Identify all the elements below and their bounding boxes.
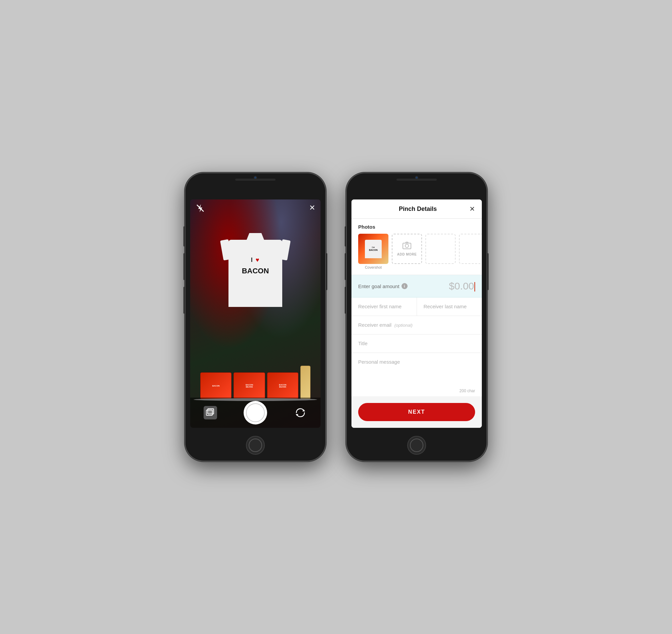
photos-section: Photos I ♥BACON Covershot <box>351 219 482 275</box>
shirt-neck <box>245 233 265 243</box>
front-camera-right <box>415 176 418 179</box>
phone-right: Pinch Details ✕ Photos I ♥BACON <box>346 173 487 461</box>
home-button-right[interactable] <box>407 436 426 455</box>
photos-row: I ♥BACON Covershot <box>358 234 475 269</box>
mute-button-left <box>183 226 185 246</box>
text-cursor <box>474 282 475 291</box>
mute-button-right <box>345 226 346 246</box>
details-close-button[interactable]: ✕ <box>469 205 475 213</box>
photo-slot-2[interactable] <box>425 234 456 264</box>
receiver-email-field[interactable]: Receiver email (optional) <box>351 316 482 335</box>
svg-rect-3 <box>208 409 214 414</box>
next-button[interactable]: NEXT <box>358 403 475 421</box>
camera-controls <box>190 397 321 428</box>
product-beans-1: BACONBEANS <box>233 372 265 399</box>
volume-up-right <box>345 253 346 280</box>
receiver-last-name-field[interactable]: Receiver last name <box>417 297 482 316</box>
add-more-button[interactable]: ADD MORE <box>392 234 422 264</box>
photos-label: Photos <box>358 224 475 230</box>
shirt-body: I ♥ BACON <box>229 240 282 307</box>
product-shirt: I ♥ BACON <box>222 233 289 307</box>
front-camera-left <box>254 176 257 179</box>
receiver-first-name-field[interactable]: Receiver first name <box>351 297 417 316</box>
details-title: Pinch Details <box>366 205 469 213</box>
product-beans-2: BACONBEANS <box>267 372 298 399</box>
shirt-text-i: I ♥ <box>251 257 260 264</box>
product-bottle <box>300 366 310 399</box>
volume-up-left <box>183 253 185 280</box>
goal-amount-value: $0.00 <box>449 281 474 291</box>
char-count: 200 char <box>351 387 482 396</box>
camera-screen: ✕ I ♥ BACON BACON BACONBEA <box>190 199 321 428</box>
volume-down-left <box>183 287 185 314</box>
personal-message-placeholder: Personal message <box>358 359 400 365</box>
details-screen: Pinch Details ✕ Photos I ♥BACON <box>351 199 482 428</box>
title-field[interactable]: Title <box>351 335 482 353</box>
flip-camera-button[interactable] <box>294 406 307 419</box>
flash-off-icon[interactable] <box>195 203 205 215</box>
covershot-shirt: I ♥BACON <box>365 240 382 258</box>
power-button-right <box>487 253 489 290</box>
products-display: BACON BACONBEANS BACONBEANS <box>200 366 310 399</box>
add-more-label: ADD MORE <box>397 252 417 256</box>
receiver-last-name-placeholder: Receiver last name <box>424 303 467 309</box>
receiver-first-name-placeholder: Receiver first name <box>358 303 401 309</box>
svg-point-7 <box>405 244 409 247</box>
product-bacon: BACON <box>200 372 232 399</box>
details-header: Pinch Details ✕ <box>351 199 482 219</box>
goal-info-icon[interactable]: i <box>401 283 408 289</box>
receiver-email-placeholder: Receiver email <box>358 322 391 328</box>
covershot-container: I ♥BACON Covershot <box>358 234 388 269</box>
optional-label: (optional) <box>394 323 413 328</box>
phone-left: ✕ I ♥ BACON BACON BACONBEA <box>185 173 326 461</box>
camera-close-icon[interactable]: ✕ <box>309 203 315 212</box>
goal-section: Enter goal amount i $0.00 <box>351 275 482 297</box>
covershot-thumb[interactable]: I ♥BACON <box>358 234 388 264</box>
receiver-name-row: Receiver first name Receiver last name <box>351 297 482 316</box>
covershot-image: I ♥BACON <box>358 234 388 264</box>
shutter-inner <box>246 403 265 422</box>
covershot-label: Covershot <box>358 265 388 269</box>
goal-label: Enter goal amount i <box>358 283 408 289</box>
personal-message-field[interactable]: Personal message <box>351 353 482 387</box>
power-button-left <box>326 253 327 290</box>
gallery-button[interactable] <box>204 406 217 419</box>
photo-slot-3[interactable] <box>459 234 482 264</box>
home-button-left[interactable] <box>246 436 265 455</box>
camera-add-icon <box>402 242 411 251</box>
shutter-button[interactable] <box>244 401 267 424</box>
scene: ✕ I ♥ BACON BACON BACONBEA <box>185 173 487 461</box>
shirt-text-bacon: BACON <box>242 267 269 275</box>
details-body: Photos I ♥BACON Covershot <box>351 219 482 396</box>
volume-down-right <box>345 287 346 314</box>
next-section: NEXT <box>351 396 482 428</box>
goal-label-text: Enter goal amount <box>358 284 399 289</box>
title-placeholder: Title <box>358 341 368 346</box>
goal-amount-field[interactable]: $0.00 <box>449 281 475 292</box>
